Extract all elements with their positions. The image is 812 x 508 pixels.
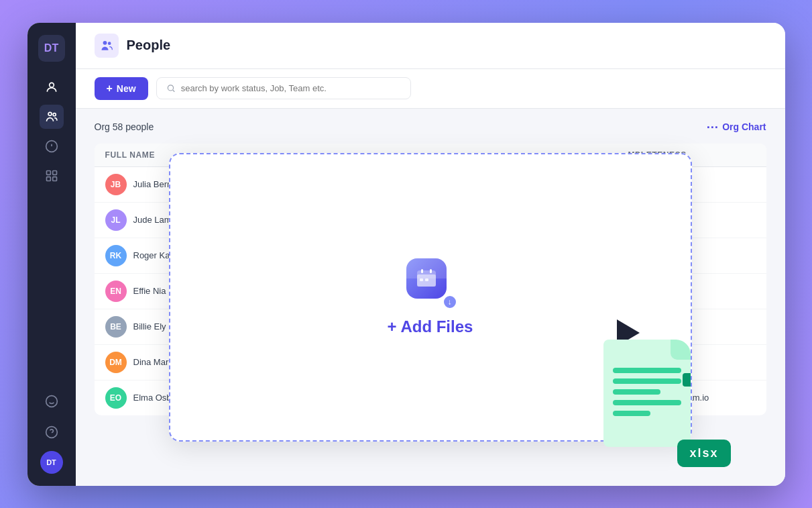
sidebar-item-profile[interactable]	[40, 75, 64, 99]
svg-rect-9	[52, 176, 56, 181]
calendar-icon	[416, 268, 437, 289]
modal-overlay: ↓ + Add Files	[76, 109, 785, 486]
xlsx-illustration: xlsx	[603, 319, 731, 467]
new-button-label: New	[117, 83, 136, 94]
sidebar-item-modules[interactable]	[40, 164, 64, 188]
search-icon	[166, 83, 176, 93]
sidebar-bottom: DT	[40, 389, 64, 474]
download-badge: ↓	[443, 295, 457, 309]
user-avatar[interactable]: DT	[40, 451, 63, 474]
svg-point-15	[107, 42, 111, 45]
sidebar: DT DT	[27, 23, 76, 486]
upload-icon-bg	[406, 258, 447, 299]
svg-point-16	[168, 85, 173, 91]
svg-point-14	[103, 40, 107, 44]
svg-point-2	[53, 113, 56, 115]
page-title: People	[127, 38, 171, 53]
svg-point-1	[48, 112, 52, 115]
toolbar: + New	[76, 69, 785, 109]
new-button[interactable]: + New	[95, 77, 148, 100]
page-header: People	[76, 23, 785, 69]
upload-icon-wrap: ↓	[406, 258, 455, 307]
plus-icon: +	[107, 83, 113, 95]
xlsx-doc-body	[603, 340, 691, 447]
svg-rect-7	[52, 170, 56, 174]
add-files-label[interactable]: + Add Files	[388, 317, 473, 336]
svg-rect-23	[425, 278, 428, 281]
sidebar-item-settings[interactable]	[40, 134, 64, 158]
svg-line-17	[172, 90, 174, 92]
upload-modal[interactable]: ↓ + Add Files	[169, 153, 692, 442]
sidebar-item-help[interactable]	[40, 420, 64, 444]
search-input[interactable]	[181, 83, 401, 93]
main-content: People + New Org 58 people ⋯ Org Chart	[76, 23, 785, 486]
sidebar-logo[interactable]: DT	[38, 35, 65, 62]
sidebar-item-people[interactable]	[40, 105, 64, 129]
sidebar-item-launch[interactable]	[40, 389, 64, 413]
svg-point-0	[49, 83, 54, 87]
search-bar-container	[156, 77, 411, 99]
svg-rect-6	[46, 170, 50, 174]
app-window: DT DT People	[27, 23, 785, 486]
xlsx-badge: xlsx	[677, 440, 730, 467]
svg-rect-20	[421, 269, 423, 273]
svg-rect-22	[420, 278, 423, 281]
svg-rect-21	[430, 269, 432, 273]
page-header-icon	[95, 34, 119, 58]
svg-rect-8	[46, 176, 50, 181]
people-area: Org 58 people ⋯ Org Chart Full Name mple…	[76, 109, 785, 486]
